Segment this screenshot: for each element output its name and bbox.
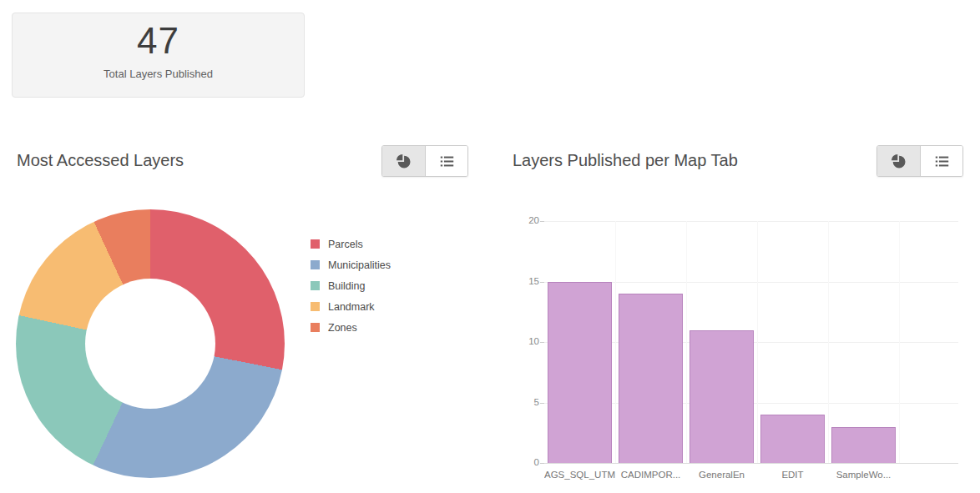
- pie-chart-icon: [396, 153, 412, 169]
- legend-swatch: [311, 239, 320, 249]
- legend-swatch: [311, 323, 320, 332]
- donut-hole: [85, 279, 215, 409]
- gridline: [615, 221, 616, 463]
- view-toggle-group-most-accessed: [381, 145, 468, 177]
- legend-item[interactable]: Building: [311, 275, 391, 296]
- legend-label: Landmark: [328, 301, 375, 313]
- layers-per-map-tab-title: Layers Published per Map Tab: [513, 151, 738, 170]
- legend-item[interactable]: Zones: [311, 317, 391, 338]
- gridline: [757, 221, 758, 463]
- most-accessed-layers-title: Most Accessed Layers: [17, 151, 184, 170]
- gridline: [544, 221, 958, 222]
- legend-swatch: [311, 281, 320, 290]
- y-tick-label: 15: [519, 276, 539, 286]
- gridline: [544, 463, 958, 464]
- gridline: [899, 221, 900, 463]
- y-tick-label: 0: [519, 457, 539, 467]
- donut-legend: ParcelsMunicipalitiesBuildingLandmarkZon…: [311, 234, 391, 338]
- chart-view-button[interactable]: [877, 146, 920, 176]
- bar: [548, 282, 612, 464]
- gridline: [686, 221, 687, 463]
- legend-label: Parcels: [328, 239, 363, 250]
- bar: [690, 330, 754, 464]
- legend-swatch: [311, 260, 320, 269]
- legend-label: Municipalities: [328, 259, 391, 271]
- pie-chart-icon: [891, 153, 907, 169]
- legend-label: Zones: [328, 322, 357, 334]
- axis-tick: [540, 221, 544, 222]
- x-tick-label: CADIMPOR...: [615, 470, 686, 480]
- total-layers-card: 47 Total Layers Published: [12, 13, 305, 98]
- x-tick-label: GeneralEn: [686, 470, 757, 480]
- axis-tick: [540, 463, 544, 464]
- gridline: [828, 221, 829, 463]
- x-tick-label: EDIT: [757, 470, 828, 480]
- y-tick-label: 5: [519, 397, 539, 407]
- y-tick-label: 10: [519, 336, 539, 346]
- view-toggle-group-layers-per-tab: [876, 145, 963, 177]
- bar: [619, 294, 683, 463]
- axis-tick: [540, 342, 544, 343]
- legend-item[interactable]: Landmark: [311, 296, 391, 317]
- chart-view-button[interactable]: [382, 146, 425, 176]
- x-tick-label: AGS_SQL_UTM: [544, 470, 615, 480]
- legend-swatch: [311, 302, 320, 311]
- legend-item[interactable]: Parcels: [311, 234, 391, 254]
- list-icon: [439, 153, 455, 169]
- axis-tick: [540, 282, 544, 283]
- list-icon: [934, 153, 950, 169]
- list-view-button[interactable]: [920, 146, 962, 176]
- legend-item[interactable]: Municipalities: [311, 254, 391, 275]
- bar: [760, 415, 825, 463]
- bar-chart: 05101520AGS_SQL_UTMCADIMPOR...GeneralEnE…: [519, 204, 965, 493]
- axis-tick: [540, 403, 544, 404]
- list-view-button[interactable]: [425, 146, 467, 176]
- total-layers-label: Total Layers Published: [13, 68, 304, 80]
- total-layers-value: 47: [13, 20, 304, 62]
- x-tick-label: SampleWo...: [828, 470, 899, 480]
- y-tick-label: 20: [519, 215, 539, 225]
- legend-label: Building: [328, 280, 365, 292]
- bar: [831, 427, 896, 464]
- donut-chart: [16, 209, 285, 478]
- bar-chart-plot: [544, 221, 958, 463]
